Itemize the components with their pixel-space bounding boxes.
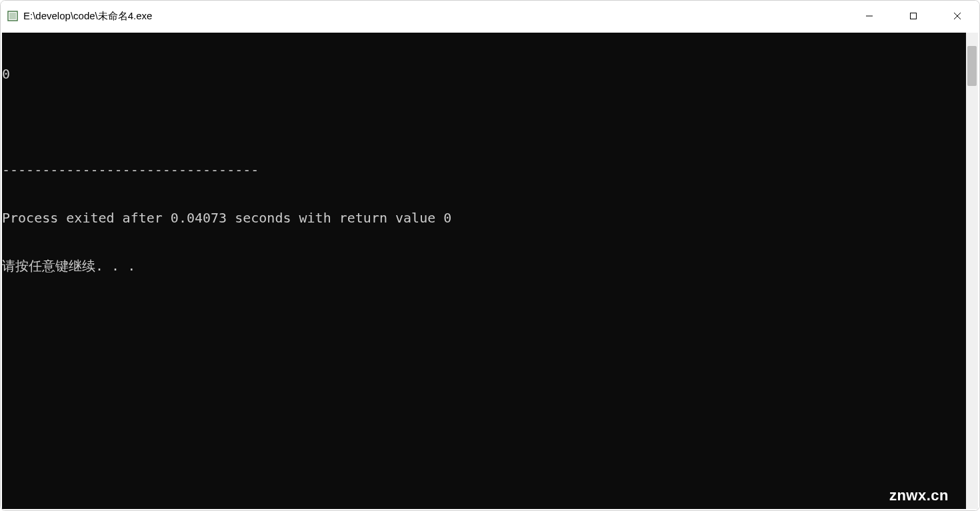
console-line: 0 <box>2 66 966 82</box>
titlebar[interactable]: E:\develop\code\未命名4.exe <box>1 1 979 31</box>
svg-rect-1 <box>9 13 16 19</box>
close-icon <box>953 12 961 20</box>
console-line: Process exited after 0.04073 seconds wit… <box>2 210 966 226</box>
scrollbar-thumb[interactable] <box>967 46 977 86</box>
close-button[interactable] <box>935 1 979 31</box>
console-line: 请按任意键继续. . . <box>2 258 966 274</box>
app-icon <box>7 11 18 21</box>
console-blank-line <box>2 114 966 130</box>
minimize-icon <box>865 12 873 20</box>
svg-rect-3 <box>911 13 917 19</box>
console-container: 0 -------------------------------- Proce… <box>1 31 979 510</box>
maximize-icon <box>909 12 917 20</box>
window-controls <box>847 1 979 31</box>
console-line: -------------------------------- <box>2 162 966 178</box>
console-window: E:\develop\code\未命名4.exe 0 <box>0 0 980 511</box>
window-title: E:\develop\code\未命名4.exe <box>23 10 847 23</box>
minimize-button[interactable] <box>847 1 891 31</box>
scrollbar-track[interactable] <box>966 33 978 509</box>
watermark: znwx.cn <box>889 488 949 504</box>
console-output[interactable]: 0 -------------------------------- Proce… <box>2 33 966 509</box>
maximize-button[interactable] <box>891 1 935 31</box>
